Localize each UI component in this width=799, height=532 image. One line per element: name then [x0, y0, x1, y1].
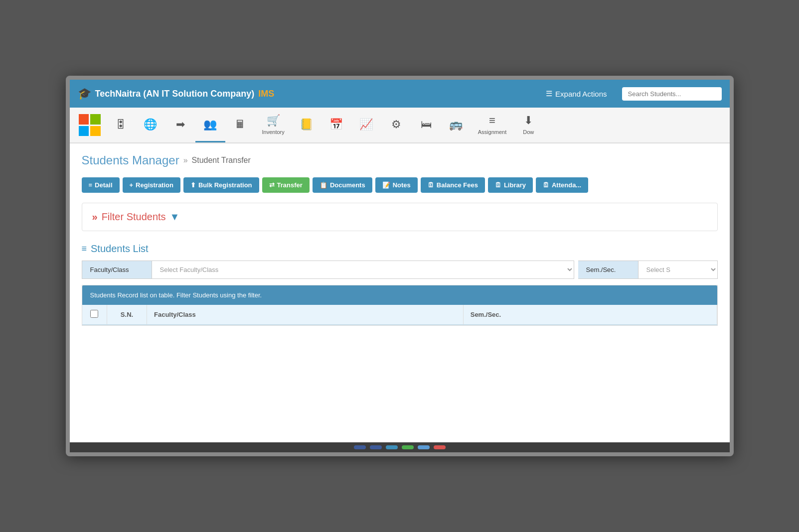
- calendar-icon: 📅: [329, 118, 343, 131]
- nav-item-bus[interactable]: 🚌: [441, 108, 471, 142]
- table-header-row: S.N. Faculty/Class Sem./Sec.: [82, 305, 717, 325]
- header-logo: 🎓 TechNaitra (AN IT Solution Company) IM…: [78, 87, 531, 100]
- inventory-label: Inventory: [262, 129, 285, 135]
- attendance-label: Attenda...: [552, 181, 581, 189]
- nav-logo-block: [74, 108, 106, 142]
- nav-item-chart[interactable]: 📈: [351, 108, 381, 142]
- nav-item-assignment[interactable]: ≡ Assignment: [471, 108, 513, 142]
- library-button[interactable]: 🗓 Library: [488, 177, 533, 193]
- bus-icon: 🚌: [449, 118, 463, 131]
- detail-button[interactable]: ≡ Detail: [82, 177, 120, 193]
- library-icon: 🗓: [495, 181, 501, 189]
- nav-item-logout[interactable]: ➡: [165, 108, 195, 142]
- filter-label: Filter Students: [102, 211, 166, 223]
- detail-label: Detail: [95, 181, 112, 189]
- nav-item-download[interactable]: ⬇ Dow: [513, 108, 543, 142]
- attendance-button[interactable]: 🗓 Attenda...: [536, 177, 588, 193]
- transfer-label: Transfer: [277, 181, 303, 189]
- globe-icon: 🌐: [144, 118, 157, 131]
- inventory-icon: 🛒: [267, 114, 280, 127]
- select-all-checkbox[interactable]: [90, 310, 98, 318]
- documents-label: Documents: [330, 181, 365, 189]
- logo-ims: IMS: [258, 89, 274, 99]
- calculator-icon: 🖩: [235, 118, 246, 131]
- students-icon: 👥: [203, 118, 217, 131]
- assignment-label: Assignment: [478, 129, 506, 135]
- balance-fees-button[interactable]: 🗓 Balance Fees: [421, 177, 485, 193]
- nav-item-students[interactable]: 👥: [195, 108, 225, 142]
- logo-q3: [79, 126, 89, 136]
- bulk-registration-button[interactable]: ⬆ Bulk Registration: [183, 177, 259, 193]
- nav-item-notebook[interactable]: 📒: [292, 108, 321, 142]
- info-bar: Students Record list on table. Filter St…: [82, 285, 717, 305]
- nav-item-bed[interactable]: 🛏: [411, 108, 441, 142]
- breadcrumb: Students Manager » Student Transfer: [82, 153, 718, 167]
- registration-icon: +: [130, 181, 134, 189]
- logo-q2: [90, 114, 101, 125]
- bottom-bar: [70, 442, 730, 452]
- logo-text: TechNaitra (AN IT Solution Company): [95, 89, 255, 99]
- breadcrumb-sub: Student Transfer: [192, 156, 251, 165]
- filter-section: » Filter Students ▼: [82, 203, 718, 231]
- nav-item-dashboard[interactable]: 🎛: [106, 108, 136, 142]
- col-sn-label: S.N.: [121, 311, 133, 318]
- expand-actions-label: Expand Actions: [555, 90, 607, 98]
- transfer-icon: ⇄: [269, 181, 275, 189]
- list-icon: ≡: [82, 244, 87, 254]
- bed-icon: 🛏: [421, 118, 432, 131]
- col-sem-sec-label: Sem./Sec.: [471, 311, 501, 318]
- nav-item-calculator[interactable]: 🖩: [225, 108, 255, 142]
- col-faculty-class-label: Faculty/Class: [154, 311, 196, 318]
- bulk-reg-icon: ⬆: [190, 181, 196, 189]
- info-message: Students Record list on table. Filter St…: [90, 291, 262, 299]
- notes-icon: 📝: [382, 181, 390, 189]
- registration-label: Registration: [136, 181, 173, 189]
- students-list-section: ≡ Students List Faculty/Class Select Fac…: [82, 243, 718, 326]
- sem-sec-label: Sem./Sec.: [578, 261, 638, 279]
- col-check: [82, 305, 107, 325]
- main-content: Students Manager » Student Transfer ≡ De…: [70, 143, 730, 442]
- faculty-class-label: Faculty/Class: [82, 261, 152, 279]
- library-label: Library: [504, 181, 526, 189]
- faculty-class-select[interactable]: Select Faculty/Class: [152, 261, 574, 279]
- download-icon: ⬇: [524, 114, 533, 127]
- filter-funnel-icon: ▼: [170, 211, 180, 223]
- logout-icon: ➡: [176, 118, 185, 131]
- action-buttons-bar: ≡ Detail + Registration ⬆ Bulk Registrat…: [82, 177, 718, 193]
- transfer-button[interactable]: ⇄ Transfer: [262, 177, 310, 193]
- search-input[interactable]: [622, 87, 722, 101]
- attendance-icon: 🗓: [543, 181, 549, 189]
- detail-icon: ≡: [89, 181, 93, 189]
- documents-icon: 📋: [320, 181, 327, 189]
- breadcrumb-separator: »: [183, 156, 188, 165]
- bottom-dot-3: [386, 445, 398, 449]
- registration-button[interactable]: + Registration: [123, 177, 180, 193]
- nav-item-gear[interactable]: ⚙: [381, 108, 411, 142]
- bulk-reg-label: Bulk Registration: [198, 181, 252, 189]
- screen-frame: 🎓 TechNaitra (AN IT Solution Company) IM…: [66, 76, 734, 456]
- documents-button[interactable]: 📋 Documents: [313, 177, 372, 193]
- bottom-dot-1: [354, 445, 366, 449]
- expand-actions-button[interactable]: ☰ Expand Actions: [541, 86, 612, 101]
- col-sn: S.N.: [107, 305, 147, 325]
- col-sem-sec: Sem./Sec.: [463, 305, 717, 325]
- notes-button[interactable]: 📝 Notes: [375, 177, 418, 193]
- sem-sec-select[interactable]: Select S: [638, 261, 718, 279]
- page-title: Students Manager: [82, 153, 179, 167]
- filter-title: » Filter Students ▼: [92, 211, 707, 223]
- filter-row: Faculty/Class Select Faculty/Class Sem./…: [82, 261, 718, 279]
- nav-item-inventory[interactable]: 🛒 Inventory: [255, 108, 292, 142]
- chart-icon: 📈: [359, 118, 373, 131]
- students-table: S.N. Faculty/Class Sem./Sec.: [82, 305, 717, 325]
- notebook-icon: 📒: [300, 118, 313, 131]
- logo-q4: [90, 126, 101, 136]
- nav-item-globe[interactable]: 🌐: [136, 108, 165, 142]
- col-faculty-class: Faculty/Class: [147, 305, 464, 325]
- logo-q1: [79, 114, 89, 125]
- balance-fees-label: Balance Fees: [437, 181, 478, 189]
- bottom-dot-6: [434, 445, 446, 449]
- nav-item-calendar[interactable]: 📅: [321, 108, 351, 142]
- ms-logo: [79, 114, 101, 136]
- dashboard-icon: 🎛: [115, 118, 126, 131]
- bottom-dot-2: [370, 445, 382, 449]
